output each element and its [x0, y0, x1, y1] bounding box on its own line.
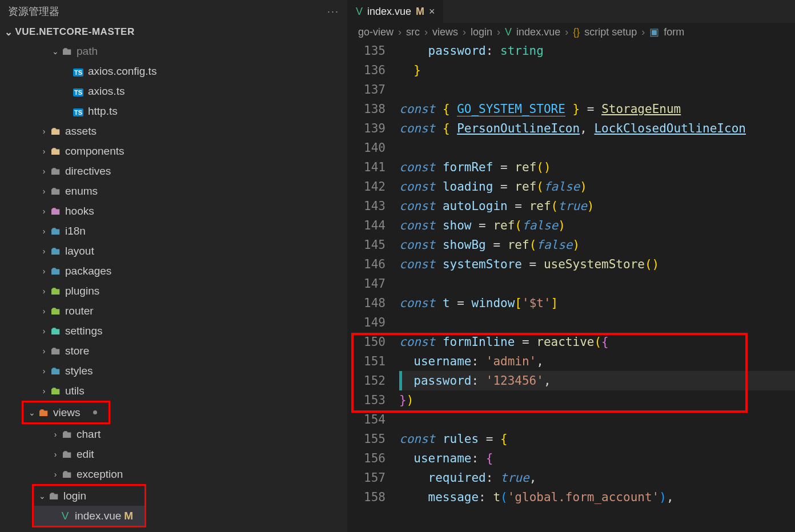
- line-number: 150: [348, 332, 386, 352]
- line-number: 135: [348, 41, 386, 61]
- tree-item-label: utils: [65, 385, 339, 397]
- tree-item-label: axios.ts: [88, 85, 339, 98]
- breadcrumb-segment[interactable]: form: [664, 26, 684, 38]
- line-number: 157: [348, 468, 386, 487]
- tree-item-label: directives: [65, 165, 339, 178]
- code-area[interactable]: 1351361371381391401411421431441451461471…: [348, 41, 795, 532]
- tree-item-directives[interactable]: ›🖿directives: [0, 161, 347, 181]
- code-line: const { GO_SYSTEM_STORE } = StorageEnum: [399, 99, 795, 119]
- code-line: message: t('global.form_account'),: [399, 487, 795, 507]
- tree-item-label: packages: [65, 265, 339, 277]
- tree-item-views[interactable]: ⌄🖿views: [23, 402, 109, 422]
- tree-item-axios-config-ts[interactable]: TSaxios.config.ts: [0, 61, 347, 81]
- tree-item-label: store: [65, 345, 339, 357]
- chevron-down-icon: ⌄: [5, 26, 13, 38]
- tree-item-assets[interactable]: ›🖿assets: [0, 121, 347, 141]
- line-number: 158: [348, 487, 386, 507]
- tree-item-label: index.vue: [75, 510, 124, 522]
- tree-item-styles[interactable]: ›🖿styles: [0, 361, 347, 381]
- tree-item-chart[interactable]: ›🖿chart: [0, 424, 347, 444]
- tree-item-i18n[interactable]: ›🖿i18n: [0, 221, 347, 241]
- chevron-right-icon: ›: [39, 247, 49, 256]
- breadcrumb-segment[interactable]: login: [471, 26, 492, 38]
- tree-item-label: hooks: [65, 205, 339, 217]
- folder-icon: 🖿: [61, 428, 73, 441]
- typescript-icon: TS: [73, 88, 83, 96]
- tree-item-packages[interactable]: ›🖿packages: [0, 261, 347, 281]
- typescript-icon: TS: [73, 108, 83, 116]
- editor-pane: V index.vue M × go-view›src›views›login›…: [348, 0, 795, 532]
- explorer-sidebar: 资源管理器 ··· ⌄ VUE.NETCORE-MASTER ⌄🖿pathTSa…: [0, 0, 348, 532]
- tree-item-hooks[interactable]: ›🖿hooks: [0, 201, 347, 221]
- tree-item-label: http.ts: [88, 105, 339, 118]
- breadcrumb-segment[interactable]: views: [432, 26, 458, 38]
- close-icon[interactable]: ×: [429, 6, 435, 18]
- tree-item-login[interactable]: ⌄🖿login: [34, 486, 144, 506]
- chevron-right-icon: ›: [39, 307, 49, 316]
- tree-item-store[interactable]: ›🖿store: [0, 341, 347, 361]
- line-number: 141: [348, 158, 386, 177]
- breadcrumb-separator: ›: [398, 26, 401, 38]
- folder-icon: 🖿: [49, 225, 62, 237]
- tree-item-router[interactable]: ›🖿router: [0, 301, 347, 321]
- tree-item-label: path: [77, 45, 339, 58]
- code-line: username: {: [399, 449, 795, 468]
- tree-item-settings[interactable]: ›🖿settings: [0, 321, 347, 341]
- breadcrumb-segment[interactable]: script setup: [584, 26, 637, 38]
- code-line: const showBg = ref(false): [399, 235, 795, 255]
- tree-item-components[interactable]: ›🖿components: [0, 141, 347, 161]
- line-number: 143: [348, 196, 386, 216]
- code-line: [399, 80, 795, 99]
- tree-item-utils[interactable]: ›🖿utils: [0, 381, 347, 401]
- tree-item-layout[interactable]: ›🖿layout: [0, 241, 347, 261]
- breadcrumb-segment[interactable]: src: [406, 26, 420, 38]
- more-icon[interactable]: ···: [327, 6, 339, 18]
- tree-item-exception[interactable]: ›🖿exception: [0, 464, 347, 484]
- line-number: 148: [348, 293, 386, 313]
- line-number: 151: [348, 352, 386, 371]
- tree-item-plugins[interactable]: ›🖿plugins: [0, 281, 347, 301]
- line-number: 144: [348, 216, 386, 235]
- folder-icon: 🖿: [37, 406, 50, 419]
- breadcrumb-separator: ›: [565, 26, 568, 38]
- tree-item-http-ts[interactable]: TShttp.ts: [0, 101, 347, 121]
- folder-icon: 🖿: [49, 165, 62, 178]
- tab-filename: index.vue: [367, 6, 411, 18]
- tree-item-label: plugins: [65, 285, 339, 297]
- folder-icon: 🖿: [61, 468, 73, 481]
- code-line: }: [399, 61, 795, 80]
- breadcrumb: go-view›src›views›login›Vindex.vue›{}scr…: [348, 23, 795, 41]
- chevron-right-icon: ›: [39, 127, 49, 136]
- gutter-modified-marker: [399, 371, 402, 390]
- vue-icon: V: [505, 26, 512, 38]
- breadcrumb-segment[interactable]: index.vue: [516, 26, 560, 38]
- folder-icon: 🖿: [49, 285, 62, 297]
- folder-icon: 🖿: [49, 245, 62, 257]
- code-line: const rules = {: [399, 429, 795, 449]
- chevron-right-icon: ›: [39, 327, 49, 336]
- code-line: }): [399, 390, 795, 410]
- tree-item-label: exception: [77, 468, 339, 481]
- line-number: 146: [348, 255, 386, 274]
- code-line: const formInline = reactive({: [399, 332, 795, 352]
- tree-item-path[interactable]: ⌄🖿path: [0, 41, 347, 61]
- line-number: 145: [348, 235, 386, 255]
- tree-item-label: i18n: [65, 225, 339, 237]
- folder-icon: 🖿: [49, 145, 62, 158]
- tree-item-label: components: [65, 145, 339, 158]
- chevron-right-icon: ›: [39, 227, 49, 236]
- tree-item-index-vue[interactable]: Vindex.vueM: [34, 506, 144, 526]
- breadcrumb-segment[interactable]: go-view: [358, 26, 394, 38]
- code-line: const t = window['$t']: [399, 293, 795, 313]
- chevron-right-icon: ›: [39, 366, 49, 376]
- code-content[interactable]: password: string }const { GO_SYSTEM_STOR…: [399, 41, 795, 532]
- tree-item-edit[interactable]: ›🖿edit: [0, 444, 347, 464]
- braces-icon: {}: [573, 26, 580, 38]
- code-line: const { PersonOutlineIcon, LockClosedOut…: [399, 119, 795, 138]
- chevron-right-icon: ›: [39, 386, 49, 396]
- tree-item-enums[interactable]: ›🖿enums: [0, 181, 347, 201]
- tree-item-axios-ts[interactable]: TSaxios.ts: [0, 81, 347, 101]
- folder-icon: 🖿: [49, 305, 62, 317]
- project-header[interactable]: ⌄ VUE.NETCORE-MASTER: [0, 23, 347, 41]
- tab-index-vue[interactable]: V index.vue M ×: [348, 0, 444, 23]
